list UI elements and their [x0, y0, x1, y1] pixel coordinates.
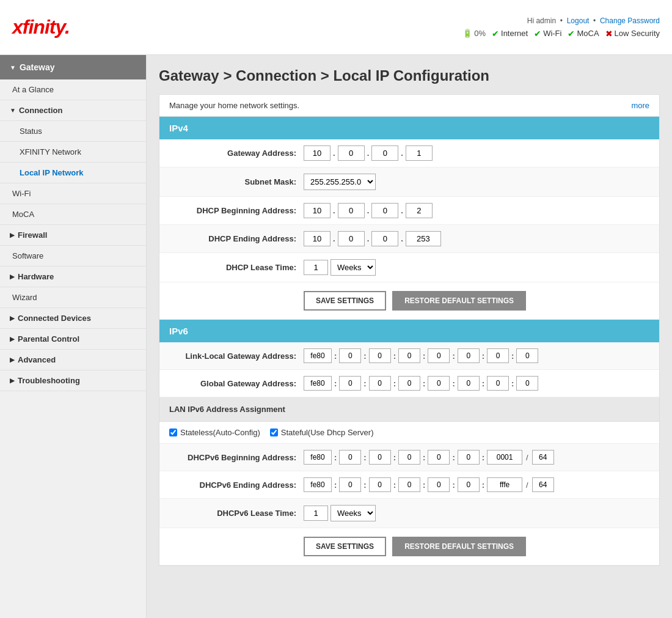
ll-0[interactable]	[304, 348, 332, 363]
sidebar-item-software[interactable]: Software	[0, 246, 146, 267]
gateway-addr-1[interactable]	[304, 145, 331, 161]
ll-1[interactable]	[339, 348, 361, 363]
ipv4-restore-button[interactable]: RESTORE DEFAULT SETTINGS	[392, 291, 526, 311]
dhcp-end-1[interactable]	[304, 231, 331, 246]
de-4[interactable]	[428, 477, 450, 492]
gg-7[interactable]	[516, 376, 538, 391]
gg-5[interactable]	[458, 376, 480, 391]
dhcpv6-lease-value[interactable]	[304, 506, 328, 521]
dhcpv6-lease-unit-select[interactable]: Weeks Days Hours	[331, 505, 376, 521]
gg-6[interactable]	[487, 376, 509, 391]
sidebar-item-wifi[interactable]: Wi-Fi	[0, 183, 146, 204]
dhcp-begin-1[interactable]	[304, 203, 331, 218]
gg-0[interactable]	[304, 376, 332, 391]
status-moca: ✔ MoCA	[568, 29, 599, 39]
sidebar-item-at-a-glance[interactable]: At a Glance	[0, 79, 146, 100]
dhcpv6-end-label: DHCPv6 Ending Address:	[169, 480, 304, 490]
status-internet: ✔ Internet	[492, 29, 528, 39]
ll-3[interactable]	[398, 348, 420, 363]
gateway-address-row: Gateway Address: . . .	[159, 139, 659, 167]
db-prefix[interactable]	[532, 450, 554, 465]
dhcp-end-2[interactable]	[338, 231, 365, 246]
dhcp-begin-2[interactable]	[338, 203, 365, 218]
sidebar-advanced-header[interactable]: ▶ Advanced	[0, 350, 146, 370]
sidebar-gateway-header[interactable]: ▼ Gateway	[0, 55, 146, 79]
de-3[interactable]	[398, 477, 420, 492]
db-3[interactable]	[398, 450, 420, 465]
gateway-addr-3[interactable]	[371, 145, 398, 161]
dhcp-end-3[interactable]	[371, 231, 398, 246]
gg-4[interactable]	[428, 376, 450, 391]
db-1[interactable]	[339, 450, 361, 465]
db-6[interactable]	[487, 450, 522, 465]
arrow-right-icon: ▶	[10, 315, 15, 322]
sidebar-parental-control-header[interactable]: ▶ Parental Control	[0, 329, 146, 350]
arrow-down-icon: ▼	[10, 64, 16, 71]
ll-5[interactable]	[458, 348, 480, 363]
gateway-addr-4[interactable]	[406, 145, 433, 161]
dhcp-begin-3[interactable]	[371, 203, 398, 218]
de-2[interactable]	[369, 477, 391, 492]
link-local-label: Link-Local Gateway Address:	[169, 351, 304, 361]
colon-sep: :	[334, 351, 337, 361]
ll-4[interactable]	[428, 348, 450, 363]
layout: ▼ Gateway At a Glance ▼ Connection Statu…	[0, 55, 672, 618]
stateless-checkbox[interactable]	[169, 429, 177, 436]
dhcp-end-label: DHCP Ending Address:	[169, 234, 304, 243]
dot-sep: .	[333, 149, 335, 158]
sidebar-connected-devices-header[interactable]: ▶ Connected Devices	[0, 308, 146, 329]
sidebar-item-wizard[interactable]: Wizard	[0, 287, 146, 308]
db-5[interactable]	[458, 450, 480, 465]
sidebar-item-moca[interactable]: MoCA	[0, 204, 146, 225]
change-password-link[interactable]: Change Password	[600, 17, 660, 25]
stateful-checkbox[interactable]	[270, 429, 278, 436]
colon-sep: :	[482, 480, 484, 490]
lease-time-row: DHCP Lease Time: Weeks Days Hours	[159, 253, 659, 282]
db-4[interactable]	[428, 450, 450, 465]
sidebar-item-status[interactable]: Status	[0, 121, 146, 142]
dhcp-end-4[interactable]	[406, 231, 441, 246]
page-title: Gateway > Connection > Local IP Configur…	[159, 67, 660, 84]
header-user: Hi admin • Logout • Change Password	[527, 17, 660, 25]
stateful-label[interactable]: Stateful(Use Dhcp Server)	[270, 428, 374, 437]
dhcpv6-lease-row: DHCPv6 Lease Time: Weeks Days Hours	[159, 499, 659, 528]
gg-3[interactable]	[398, 376, 420, 391]
dot-sep: .	[401, 234, 403, 243]
stateless-label[interactable]: Stateless(Auto-Config)	[169, 428, 260, 437]
ll-6[interactable]	[487, 348, 509, 363]
de-6[interactable]	[487, 477, 522, 492]
lease-time-unit-select[interactable]: Weeks Days Hours	[331, 259, 376, 276]
sidebar-hardware-header[interactable]: ▶ Hardware	[0, 267, 146, 287]
lease-time-value[interactable]	[304, 260, 328, 275]
ipv4-save-button[interactable]: SAVE SETTINGS	[304, 291, 386, 311]
subnet-mask-row: Subnet Mask: 255.255.255.0 255.255.0.0 2…	[159, 167, 659, 197]
colon-sep: :	[482, 453, 484, 462]
wifi-label: Wi-Fi	[543, 29, 561, 38]
sidebar-firewall-header[interactable]: ▶ Firewall	[0, 225, 146, 246]
dhcp-begin-4[interactable]	[406, 203, 433, 218]
dhcpv6-end-row: DHCPv6 Ending Address: : : : : : :	[159, 471, 659, 499]
dot-sep: .	[367, 206, 370, 215]
de-prefix[interactable]	[532, 477, 554, 492]
db-0[interactable]	[304, 450, 332, 465]
sidebar-connection-header[interactable]: ▼ Connection	[0, 100, 146, 121]
sidebar-item-local-ip-network[interactable]: Local IP Network	[0, 163, 146, 183]
subnet-mask-select[interactable]: 255.255.255.0 255.255.0.0 255.0.0.0	[304, 174, 376, 190]
ll-2[interactable]	[369, 348, 391, 363]
sidebar-item-xfinity-network[interactable]: XFINITY Network	[0, 142, 146, 163]
gg-1[interactable]	[339, 376, 361, 391]
ipv6-restore-button[interactable]: RESTORE DEFAULT SETTINGS	[392, 537, 526, 556]
gateway-addr-2[interactable]	[338, 145, 365, 161]
de-1[interactable]	[339, 477, 361, 492]
ipv6-save-button[interactable]: SAVE SETTINGS	[304, 537, 386, 556]
logout-link[interactable]: Logout	[567, 17, 590, 25]
more-link[interactable]: more	[631, 101, 649, 110]
db-2[interactable]	[369, 450, 391, 465]
gg-2[interactable]	[369, 376, 391, 391]
de-0[interactable]	[304, 477, 332, 492]
ll-7[interactable]	[516, 348, 538, 363]
sidebar-troubleshooting-header[interactable]: ▶ Troubleshooting	[0, 370, 146, 391]
dhcpv6-end-inputs: : : : : : : /	[304, 477, 554, 492]
troubleshooting-label: Troubleshooting	[18, 376, 80, 385]
de-5[interactable]	[458, 477, 480, 492]
